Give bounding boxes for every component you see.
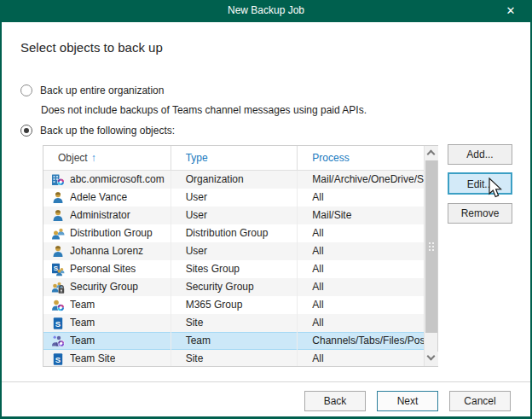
scroll-up-icon[interactable] xyxy=(425,146,438,160)
back-button[interactable]: Back xyxy=(304,391,366,411)
table-row[interactable]: Johanna Lorenz User All xyxy=(43,242,424,260)
table-row[interactable]: Team Team Channels/Tabs/Files/Posts xyxy=(43,332,424,350)
table-row[interactable]: Adele Vance User All xyxy=(43,189,424,207)
m365-group-icon xyxy=(51,299,65,312)
vertical-scrollbar[interactable] xyxy=(424,146,437,366)
close-icon[interactable]: ✕ xyxy=(503,3,518,19)
edit-button[interactable]: Edit... xyxy=(448,172,512,195)
table-row[interactable]: Team M365 Group All xyxy=(43,296,424,314)
add-button[interactable]: Add... xyxy=(448,144,512,165)
objects-table: Object↑ Type Process abc.onmicrosoft.com… xyxy=(43,145,438,367)
security-group-icon xyxy=(51,281,65,294)
titlebar: New Backup Job ✕ xyxy=(0,0,532,22)
sharepoint-site-icon xyxy=(51,317,65,330)
entire-org-note: Does not include backups of Teams channe… xyxy=(41,104,367,116)
column-header-type[interactable]: Type xyxy=(171,146,298,170)
user-icon xyxy=(51,191,65,205)
user-icon xyxy=(51,245,65,259)
table-row[interactable]: Distribution Group Distribution Group Al… xyxy=(43,224,424,242)
table-header: Object↑ Type Process xyxy=(43,146,424,171)
remove-button[interactable]: Remove xyxy=(448,203,512,224)
new-backup-job-dialog: New Backup Job ✕ Select objects to back … xyxy=(0,0,532,419)
page-title: Select objects to back up xyxy=(20,40,163,55)
radio-backup-entire-organization[interactable]: Back up entire organization xyxy=(20,84,164,97)
table-row[interactable]: abc.onmicrosoft.com Organization Mail/Ar… xyxy=(43,171,424,189)
radio-circle xyxy=(20,125,32,137)
radio-backup-following-objects[interactable]: Back up the following objects: xyxy=(20,124,175,137)
radio-circle xyxy=(20,84,32,96)
table-row[interactable]: Administrator User Mail/Site xyxy=(43,207,424,224)
scrollbar-grip xyxy=(429,242,434,251)
table-row[interactable]: Team Site All xyxy=(43,314,424,332)
scroll-down-icon[interactable] xyxy=(425,352,438,366)
distribution-group-icon xyxy=(51,227,65,241)
table-row[interactable]: Team Site Site All xyxy=(43,350,424,366)
table-body: abc.onmicrosoft.com Organization Mail/Ar… xyxy=(43,171,424,366)
organization-icon xyxy=(51,173,65,187)
cancel-button[interactable]: Cancel xyxy=(449,391,511,411)
footer-divider xyxy=(2,381,530,382)
teams-icon xyxy=(51,335,65,348)
column-header-object[interactable]: Object↑ xyxy=(43,146,171,170)
user-icon xyxy=(51,209,65,223)
table-row[interactable]: Personal Sites Sites Group All xyxy=(43,260,424,278)
scrollbar-thumb[interactable] xyxy=(425,160,437,333)
window-title: New Backup Job xyxy=(0,4,532,16)
sharepoint-site-icon xyxy=(51,352,65,366)
radio-label: Back up the following objects: xyxy=(40,125,175,137)
next-button[interactable]: Next xyxy=(377,391,438,411)
radio-label: Back up entire organization xyxy=(40,84,164,96)
sites-group-icon xyxy=(51,263,65,276)
table-row[interactable]: Security Group Security Group All xyxy=(43,278,424,296)
column-header-process[interactable]: Process xyxy=(298,146,424,170)
sort-asc-icon: ↑ xyxy=(91,152,96,164)
